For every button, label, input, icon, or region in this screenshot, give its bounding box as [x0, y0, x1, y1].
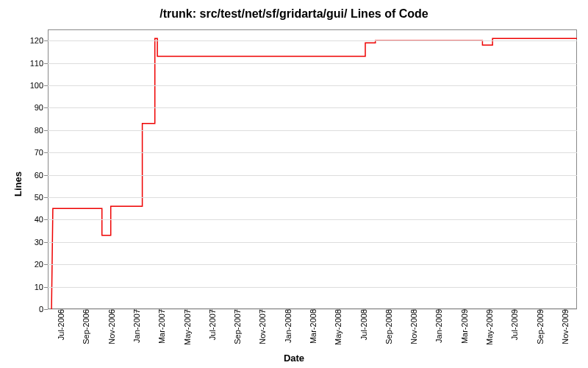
xtick-label: Jan-2007 — [131, 309, 141, 343]
xtick-label: Jul-2009 — [509, 309, 519, 340]
ytick-label: 70 — [35, 148, 48, 157]
plot-area: 0102030405060708090100110120Jul-2006Sep-… — [48, 29, 577, 309]
xtick-label: Jan-2008 — [282, 309, 293, 343]
gridline — [48, 85, 577, 86]
gridline — [48, 242, 577, 243]
xtick-label: Nov-2007 — [257, 309, 267, 344]
ytick-label: 90 — [35, 103, 48, 112]
xtick-label: Sep-2008 — [383, 309, 393, 344]
ytick-label: 50 — [35, 193, 48, 202]
gridline — [48, 287, 577, 288]
xtick-label: Jan-2009 — [433, 309, 443, 343]
ytick-label: 20 — [35, 260, 48, 269]
ytick-label: 110 — [30, 59, 48, 68]
xtick-label: Nov-2006 — [106, 309, 116, 344]
y-axis-label: Lines — [12, 171, 24, 197]
gridline — [48, 175, 577, 176]
xtick-label: Sep-2009 — [534, 309, 545, 344]
gridline — [48, 130, 577, 131]
ytick-label: 60 — [35, 171, 48, 180]
xtick-label: May-2009 — [484, 309, 494, 345]
ytick-label: 10 — [35, 283, 48, 291]
xtick-label: Jul-2008 — [358, 309, 368, 340]
xtick-label: Jul-2006 — [55, 309, 65, 340]
xtick-label: Nov-2009 — [559, 309, 570, 344]
chart-container: /trunk: src/test/net/sf/gridarta/gui/ Li… — [0, 0, 588, 368]
ytick-label: 80 — [35, 126, 48, 135]
xtick-label: Nov-2008 — [408, 309, 418, 344]
ytick-label: 100 — [30, 81, 48, 90]
xtick-label: Mar-2009 — [459, 309, 469, 344]
xtick-label: May-2007 — [182, 309, 192, 345]
xtick-label: Jul-2007 — [207, 309, 217, 340]
xtick-label: Sep-2007 — [232, 309, 242, 344]
gridline — [48, 264, 577, 265]
chart-title: /trunk: src/test/net/sf/gridarta/gui/ Li… — [0, 7, 588, 21]
xtick-label: May-2008 — [332, 309, 343, 345]
gridline — [48, 107, 577, 108]
gridline — [48, 219, 577, 220]
x-axis-label: Date — [0, 353, 588, 364]
ytick-label: 120 — [30, 36, 48, 45]
gridline — [48, 63, 577, 64]
ytick-label: 30 — [35, 238, 48, 247]
gridline — [48, 40, 577, 41]
gridline — [48, 197, 577, 198]
ytick-label: 40 — [35, 215, 48, 224]
xtick-label: Mar-2007 — [156, 309, 166, 344]
xtick-label: Mar-2008 — [307, 309, 318, 344]
ytick-label: 0 — [39, 305, 48, 314]
gridline — [48, 152, 577, 153]
xtick-label: Sep-2006 — [80, 309, 90, 344]
line-series — [48, 29, 577, 309]
